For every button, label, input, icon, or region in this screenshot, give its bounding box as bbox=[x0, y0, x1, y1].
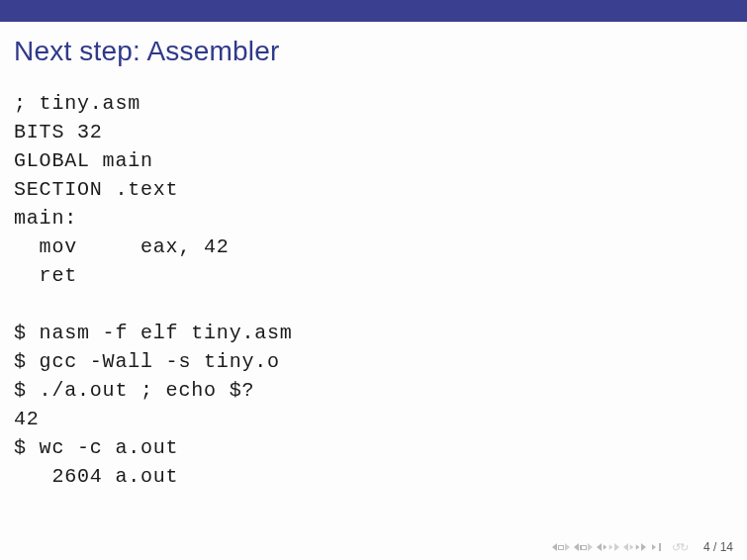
page-number: 4 / 14 bbox=[703, 540, 733, 554]
nav-end-icon[interactable] bbox=[655, 543, 661, 551]
nav-prev-slide-icon[interactable] bbox=[552, 543, 570, 551]
nav-prev-frame-icon[interactable] bbox=[574, 543, 593, 551]
page-sep: / bbox=[710, 540, 720, 554]
code-block: ; tiny.asm BITS 32 GLOBAL main SECTION .… bbox=[0, 67, 747, 491]
page-current: 4 bbox=[703, 540, 710, 554]
slide-title: Next step: Assembler bbox=[0, 22, 747, 67]
slide-header-bar bbox=[0, 0, 747, 22]
page-total: 14 bbox=[720, 540, 733, 554]
slide-footer: ↺↻ 4 / 14 bbox=[552, 540, 733, 554]
nav-cycle-icon[interactable]: ↺↻ bbox=[672, 541, 688, 554]
nav-prev-section-icon[interactable] bbox=[597, 543, 619, 551]
nav-controls: ↺↻ bbox=[552, 541, 688, 554]
nav-next-section-icon[interactable] bbox=[623, 543, 646, 551]
